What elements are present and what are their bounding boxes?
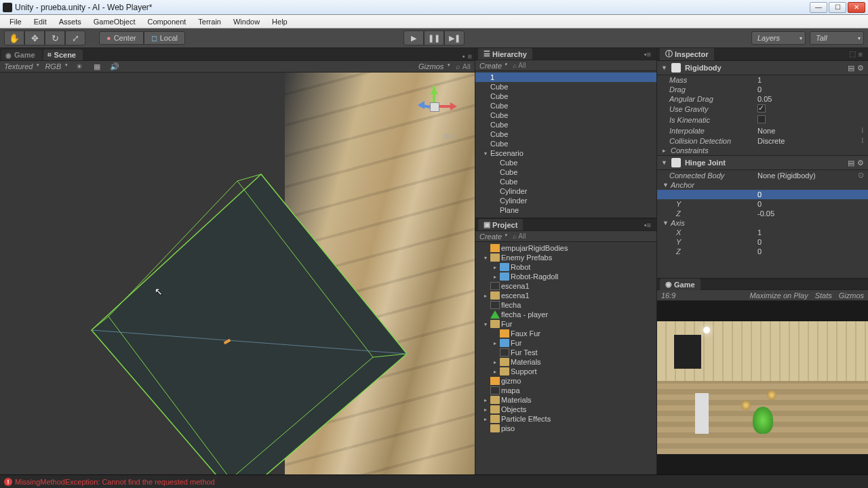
project-item[interactable]: ▸escena1	[475, 291, 656, 300]
project-item[interactable]: mapa	[475, 386, 656, 395]
hierarchy-item[interactable]: Cylinder	[475, 186, 656, 196]
hierarchy-search[interactable]: ⌕ All	[513, 62, 526, 69]
rotate-tool-button[interactable]: ↻	[45, 30, 65, 45]
gizmos-dropdown[interactable]: Gizmos	[418, 62, 450, 70]
status-bar[interactable]: ! MissingMethodException: Cannot find th…	[0, 474, 868, 488]
prop-axis-x[interactable]: X1	[657, 228, 868, 237]
hierarchy-item[interactable]: Cube	[475, 177, 656, 186]
project-item[interactable]: ▸Fur	[475, 338, 656, 348]
hierarchy-item[interactable]: Cube	[475, 158, 656, 167]
hierarchy-item[interactable]: Cylinder	[475, 196, 656, 205]
hierarchy-item[interactable]: Cube	[475, 110, 656, 120]
project-item[interactable]: ▸Materials	[475, 357, 656, 367]
hierarchy-item[interactable]: Cube	[475, 82, 656, 92]
maximize-button[interactable]: ☐	[829, 2, 846, 13]
project-item[interactable]: ▸Robot-Ragdoll	[475, 272, 656, 281]
move-tool-button[interactable]: ✥	[24, 30, 45, 45]
project-item[interactable]: ▾Fur	[475, 319, 656, 329]
menu-terrain[interactable]: Terrain	[193, 16, 226, 27]
prop-collision-detection[interactable]: Collision DetectionDiscrete⁞	[657, 136, 868, 146]
scene-viewport[interactable]: Iso ↖	[0, 73, 475, 474]
prop-drag[interactable]: Drag0	[657, 85, 868, 94]
panel-lock-icon[interactable]: ⬚	[849, 49, 856, 58]
prop-constraints[interactable]: ▸Constraints	[657, 146, 868, 155]
panel-menu-icon[interactable]: •≡	[644, 50, 651, 58]
render-mode-dropdown[interactable]: Textured	[4, 62, 39, 70]
close-button[interactable]: ✕	[848, 2, 865, 13]
pause-button[interactable]: ❚❚	[424, 30, 444, 45]
game-preview-tab[interactable]: ◉Game	[660, 279, 701, 290]
prop-axis-z[interactable]: Z0	[657, 247, 868, 256]
audio-toggle[interactable]: 🔊	[108, 62, 121, 71]
prop-axis[interactable]: ▼Axis	[657, 218, 868, 228]
hierarchy-item[interactable]: Cube	[475, 120, 656, 129]
game-gizmos-dropdown[interactable]: Gizmos	[839, 291, 864, 300]
pivot-center-button[interactable]: ●Center	[99, 31, 144, 45]
hierarchy-item[interactable]: 1	[475, 73, 656, 82]
menu-assets[interactable]: Assets	[54, 16, 87, 27]
prop-interpolate[interactable]: InterpolateNone⁞	[657, 125, 868, 136]
stats-button[interactable]: Stats	[815, 291, 832, 300]
menu-help[interactable]: Help	[267, 16, 293, 27]
panel-menu-icon[interactable]: ≡	[468, 52, 472, 60]
hierarchy-item[interactable]: Cube	[475, 167, 656, 177]
inspector-tab[interactable]: ⓘInspector	[660, 48, 714, 60]
lighting-toggle[interactable]: ☀	[73, 62, 85, 71]
game-viewport[interactable]	[657, 301, 868, 474]
project-item[interactable]: empujarRigidBodies	[475, 243, 656, 253]
hierarchy-tab[interactable]: ☰Hierarchy	[478, 48, 532, 60]
project-tree[interactable]: empujarRigidBodies▾Enemy Prefabs▸Robot▸R…	[475, 242, 656, 474]
project-item[interactable]: Faux Fur	[475, 329, 656, 338]
menu-file[interactable]: File	[4, 16, 27, 27]
hierarchy-item[interactable]: ▾Escenario	[475, 148, 656, 158]
component-help-icon[interactable]: ▤	[848, 64, 854, 73]
prop-anchor-z[interactable]: Z-0.05	[657, 209, 868, 218]
color-mode-dropdown[interactable]: RGB	[45, 62, 68, 70]
hand-tool-button[interactable]: ✋	[4, 30, 24, 45]
component-gear-icon[interactable]: ⚙	[857, 159, 864, 167]
hinge-joint-header[interactable]: ▼ Hinge Joint ▤⚙	[657, 155, 868, 170]
pivot-local-button[interactable]: ◻Local	[144, 31, 185, 45]
scale-tool-button[interactable]: ⤢	[65, 30, 85, 45]
panel-menu-icon[interactable]: •≡	[644, 221, 651, 229]
menu-edit[interactable]: Edit	[28, 16, 52, 27]
prop-use-gravity[interactable]: Use Gravity	[657, 104, 868, 115]
prop-mass[interactable]: Mass1	[657, 75, 868, 85]
prop-axis-y[interactable]: Y0	[657, 237, 868, 247]
gravity-checkbox[interactable]	[757, 104, 766, 113]
prop-angular-drag[interactable]: Angular Drag0.05	[657, 94, 868, 104]
menu-gameobject[interactable]: GameObject	[88, 16, 141, 27]
hierarchy-create-dropdown[interactable]: Create	[479, 62, 507, 70]
prop-is-kinematic[interactable]: Is Kinematic	[657, 115, 868, 125]
menu-window[interactable]: Window	[228, 16, 265, 27]
project-item[interactable]: piso	[475, 424, 656, 433]
rigidbody-header[interactable]: ▼ Rigidbody ▤⚙	[657, 60, 868, 75]
play-button[interactable]: ▶	[403, 30, 424, 45]
prop-anchor[interactable]: ▼Anchor	[657, 180, 868, 190]
prop-anchor-x[interactable]: 0	[657, 190, 868, 199]
maximize-on-play[interactable]: Maximize on Play	[749, 291, 808, 300]
fold-icon[interactable]: ▼	[661, 159, 667, 166]
project-search[interactable]: ⌕ All	[513, 232, 526, 240]
fx-toggle[interactable]: ▦	[91, 62, 103, 71]
project-item[interactable]: Fur Test	[475, 348, 656, 357]
tab-scene[interactable]: ⌗Scene	[43, 49, 83, 60]
prop-anchor-y[interactable]: Y0	[657, 199, 868, 209]
layers-dropdown[interactable]: Layers	[751, 31, 806, 45]
hierarchy-item[interactable]: Cube	[475, 139, 656, 148]
project-create-dropdown[interactable]: Create	[479, 232, 507, 241]
component-gear-icon[interactable]: ⚙	[857, 64, 864, 73]
kinematic-checkbox[interactable]	[757, 115, 766, 123]
project-item[interactable]: ▸Particle Effects	[475, 414, 656, 424]
project-item[interactable]: ▸Robot	[475, 262, 656, 272]
project-item[interactable]: flecha - player	[475, 310, 656, 319]
project-item[interactable]: escena1	[475, 281, 656, 291]
hierarchy-tree[interactable]: 1CubeCubeCubeCubeCubeCubeCube▾EscenarioC…	[475, 71, 656, 218]
project-item[interactable]: ▸Materials	[475, 395, 656, 405]
project-item[interactable]: ▾Enemy Prefabs	[475, 253, 656, 262]
project-item[interactable]: ▸Support	[475, 367, 656, 376]
project-tab[interactable]: ▣Project	[478, 219, 523, 230]
aspect-dropdown[interactable]: 16:9	[661, 291, 675, 300]
orientation-gizmo[interactable]	[414, 86, 454, 127]
panel-lock-icon[interactable]: •	[462, 52, 465, 60]
